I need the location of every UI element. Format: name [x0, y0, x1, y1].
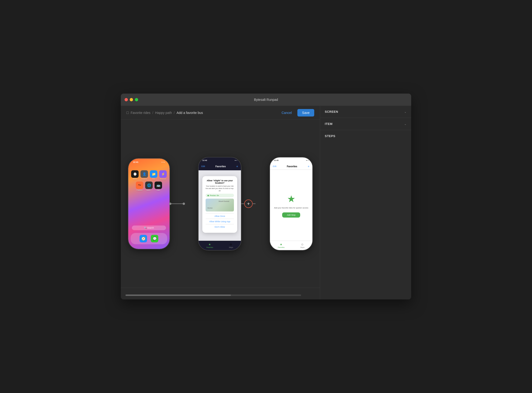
- screen-chevron-icon: ⌄: [404, 110, 407, 113]
- phones-wrapper: 12:41 ▪ ▪ ▪ ⌚ Watch 👤: [128, 157, 313, 251]
- panel-screen-header[interactable]: SCREEN ⌄: [325, 110, 407, 113]
- bottom-bar: [121, 288, 320, 300]
- precise-dot: [207, 195, 209, 196]
- breadcrumb-sep-1: /: [152, 111, 153, 115]
- phone-2: 12:42 ▪▪ ▪ Edit Favorites + Allow "Aligh…: [198, 157, 241, 251]
- phone2-dialog-body: Your location is used to track your ride…: [206, 185, 234, 192]
- panel-item-header[interactable]: ITEM ⌄: [325, 122, 407, 126]
- phone1-time: 12:41: [133, 161, 138, 163]
- canvas: 12:41 ▪ ▪ ▪ ⌚ Watch 👤: [121, 120, 320, 288]
- phone3-empty-text: Add your favorite rides for quicker acce…: [274, 206, 308, 209]
- traffic-lights: [125, 98, 138, 101]
- phone3-time: 12:45: [274, 159, 278, 161]
- phone3-favorites-icon: ★: [280, 243, 282, 246]
- connector-1: [170, 203, 184, 205]
- breadcrumb-item-2[interactable]: Happy path: [155, 111, 172, 115]
- app-icon-files[interactable]: 📁: [150, 170, 157, 178]
- panel-steps-header[interactable]: STEPS: [325, 134, 407, 138]
- right-panel: SCREEN ⌄ ITEM ⌄ STEPS: [320, 106, 411, 300]
- app-window: Bytesalt Runpad □ Favorite rides / Happy…: [121, 93, 411, 300]
- phone3-navbar: Edit Favorites +: [270, 163, 312, 170]
- map-city-label: Mumbai: [207, 207, 212, 209]
- app-label-alight: Alight: [156, 189, 160, 191]
- panel-screen-title: SCREEN: [325, 110, 338, 113]
- panel-screen-section: SCREEN ⌄: [320, 106, 411, 118]
- maximize-button[interactable]: [135, 98, 138, 101]
- phone2-edit[interactable]: Edit: [201, 165, 205, 167]
- panel-steps-section: STEPS: [320, 130, 411, 142]
- app-icon-alight[interactable]: 🚌: [155, 182, 162, 189]
- dock-safari[interactable]: 🧭: [140, 235, 147, 242]
- phone2-tab-stops[interactable]: ⊙ Stops: [229, 243, 233, 248]
- app-icon-shortcuts[interactable]: ⚡: [159, 170, 167, 178]
- phone3-star-icon: ★: [287, 193, 296, 204]
- app-icon-freeform[interactable]: 〜: [136, 182, 143, 189]
- app-icon-contacts[interactable]: 👤: [141, 170, 148, 178]
- connector-dot-right: [183, 203, 185, 205]
- titlebar: Bytesalt Runpad: [121, 93, 411, 106]
- app-alight: 🚌 Alight: [155, 182, 162, 191]
- phone2-dialog: Allow "Alight" to use your location? You…: [202, 176, 237, 233]
- app-webd: 🌐 WebD...: [145, 182, 153, 191]
- app-watch: ⌚ Watch: [131, 170, 139, 180]
- phone2-allow-using[interactable]: Allow While Using App: [206, 219, 234, 224]
- app-label-contacts: Contacts: [141, 178, 147, 180]
- panel-item-title: ITEM: [325, 122, 332, 126]
- app-label-webd: WebD...: [146, 189, 151, 191]
- phone3-stops-icon: ⊙: [301, 243, 303, 246]
- phone3-tab-stops[interactable]: ⊙ Stops: [301, 243, 305, 248]
- connector-dot-left: [169, 203, 171, 205]
- cancel-button[interactable]: Cancel: [279, 109, 295, 116]
- minimize-button[interactable]: [130, 98, 133, 101]
- phone1-apps: ⌚ Watch 👤 Contacts 📁 Files: [128, 170, 170, 193]
- app-label-watch: Watch: [133, 178, 137, 180]
- phone1-search-text: Search: [147, 227, 154, 229]
- phone2-navbar: Edit Favorites +: [199, 163, 241, 170]
- breadcrumb: □ Favorite rides / Happy path / Add a fa…: [126, 111, 277, 115]
- panel-item-section: ITEM ⌄: [320, 118, 411, 130]
- phone2-favorites-label: Favorites: [206, 246, 213, 248]
- breadcrumb-item-1[interactable]: Favorite rides: [131, 111, 151, 115]
- phone2-plus[interactable]: +: [236, 164, 238, 168]
- scrollbar-thumb: [125, 295, 231, 296]
- app-icon-webd[interactable]: 🌐: [145, 182, 153, 189]
- phone1-statusbar: 12:41 ▪ ▪ ▪: [128, 161, 170, 163]
- app-row-1: ⌚ Watch 👤 Contacts 📁 Files: [131, 170, 167, 180]
- add-step-button[interactable]: +: [244, 200, 253, 208]
- phone3-tab-favorites[interactable]: ★ Favorites: [278, 243, 285, 248]
- phone2-dont-allow[interactable]: Don't Allow: [206, 224, 234, 230]
- phone3-plus[interactable]: +: [308, 164, 310, 168]
- phone2-map: Mount Everest Mumbai: [206, 199, 234, 211]
- phone2-bottombar: ★ Favorites ⊙ Stops: [199, 241, 241, 250]
- phone3-statusbar: 12:45 ▪▪ ▪: [270, 159, 312, 161]
- phone3-bottombar: ★ Favorites ⊙ Stops: [270, 241, 312, 250]
- phone1-dock: 🧭 💬: [131, 233, 167, 244]
- app-files: 📁 Files: [150, 170, 157, 180]
- phone3-edit[interactable]: Edit: [273, 165, 276, 167]
- connector-2: +: [241, 203, 256, 205]
- phone1-search[interactable]: 🔍 Search: [132, 226, 166, 230]
- close-button[interactable]: [125, 98, 128, 101]
- phone-3: 12:45 ▪▪ ▪ Edit Favorites + ★ Add your f…: [270, 157, 313, 251]
- app-row-2: 〜 Freeform 🌐 WebD... 🚌 Alight: [131, 182, 167, 191]
- app-label-files: Files: [152, 178, 155, 180]
- phone3-title: Favorites: [287, 165, 297, 168]
- dock-messages[interactable]: 💬: [151, 235, 158, 242]
- phone1-status-icons: ▪ ▪ ▪: [161, 161, 165, 163]
- app-label-shortcuts: Shortcuts: [160, 178, 166, 180]
- phone2-title: Favorites: [216, 165, 226, 168]
- app-freeform: 〜 Freeform: [136, 182, 143, 191]
- phone2-allow-once[interactable]: Allow Once: [206, 213, 234, 219]
- phone2-tab-favorites[interactable]: ★ Favorites: [206, 243, 213, 248]
- folder-icon: □: [126, 111, 129, 115]
- phone2-stops-icon: ⊙: [230, 243, 232, 246]
- app-icon-watch[interactable]: ⌚: [131, 170, 139, 178]
- phone2-dialog-title: Allow "Alight" to use your location?: [206, 179, 234, 184]
- phone2-location-toggle: Precise: On: [206, 194, 234, 197]
- phone3-add-stop[interactable]: Add Stop: [282, 212, 300, 217]
- save-button[interactable]: Save: [297, 109, 314, 117]
- horizontal-scrollbar[interactable]: [125, 295, 301, 296]
- phone3-signal: ▪▪ ▪: [306, 159, 309, 161]
- phone3-content: ★ Add your favorite rides for quicker ac…: [270, 170, 312, 241]
- phone2-favorites-icon: ★: [208, 243, 211, 246]
